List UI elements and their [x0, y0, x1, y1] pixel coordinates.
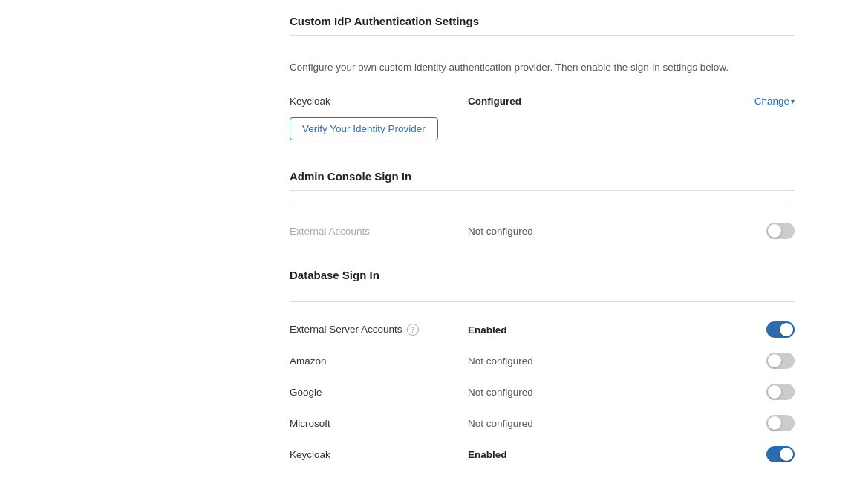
admin-console-title: Admin Console Sign In	[290, 170, 795, 191]
admin-console-section: Admin Console Sign In External Accounts …	[290, 170, 795, 246]
toggle-knob-4	[780, 448, 793, 461]
db-row-1: AmazonNot configured	[290, 345, 795, 376]
database-rows-container: External Server Accounts?EnabledAmazonNo…	[290, 314, 795, 470]
db-row-action-3	[766, 415, 795, 431]
external-accounts-status: Not configured	[468, 226, 766, 237]
external-accounts-label: External Accounts	[290, 226, 468, 237]
database-sign-in-title: Database Sign In	[290, 269, 795, 289]
verify-identity-provider-button[interactable]: Verify Your Identity Provider	[290, 117, 438, 140]
toggle-knob-3	[768, 416, 781, 430]
db-row-action-4	[766, 446, 795, 462]
toggle-knob	[768, 224, 781, 238]
db-row-status-2: Not configured	[468, 387, 766, 398]
db-toggle-2[interactable]	[766, 384, 795, 400]
toggle-knob-2	[768, 385, 781, 399]
db-toggle-4[interactable]	[766, 446, 795, 462]
custom-idp-section: Custom IdP Authentication Settings Confi…	[290, 15, 795, 148]
divider-database-sign-in	[290, 301, 795, 302]
db-toggle-0[interactable]	[766, 321, 795, 338]
keycloak-change-action: Change ▾	[754, 96, 795, 107]
db-row-label-1: Amazon	[290, 356, 468, 367]
db-row-4: KeycloakEnabled	[290, 439, 795, 470]
db-row-label-4: Keycloak	[290, 449, 468, 460]
keycloak-status: Configured	[468, 96, 754, 107]
db-row-label-0: External Server Accounts?	[290, 324, 468, 336]
db-row-label-2: Google	[290, 387, 468, 398]
chevron-down-icon: ▾	[791, 97, 795, 105]
change-label: Change	[754, 96, 789, 107]
divider-admin-console	[290, 203, 795, 203]
db-row-status-4: Enabled	[468, 449, 766, 460]
toggle-knob-0	[780, 323, 793, 336]
external-accounts-toggle-action	[766, 223, 795, 239]
keycloak-label: Keycloak	[290, 96, 468, 107]
page-wrapper: Custom IdP Authentication Settings Confi…	[0, 0, 854, 504]
db-row-status-0: Enabled	[468, 324, 766, 336]
keycloak-configured-row: Keycloak Configured Change ▾	[290, 88, 795, 114]
db-row-status-3: Not configured	[468, 418, 766, 429]
db-row-action-0	[766, 321, 795, 338]
db-row-action-2	[766, 384, 795, 400]
db-row-status-1: Not configured	[468, 356, 766, 367]
external-accounts-row: External Accounts Not configured	[290, 215, 795, 246]
db-toggle-1[interactable]	[766, 353, 795, 369]
db-row-3: MicrosoftNot configured	[290, 408, 795, 439]
external-accounts-toggle[interactable]	[766, 223, 795, 239]
main-content: Custom IdP Authentication Settings Confi…	[290, 0, 824, 504]
divider-custom-idp	[290, 48, 795, 48]
custom-idp-description: Configure your own custom identity authe…	[290, 60, 795, 75]
toggle-knob-1	[768, 354, 781, 367]
db-row-0: External Server Accounts?Enabled	[290, 314, 795, 345]
change-link[interactable]: Change ▾	[754, 96, 795, 107]
db-toggle-3[interactable]	[766, 415, 795, 431]
db-row-action-1	[766, 353, 795, 369]
db-row-label-3: Microsoft	[290, 418, 468, 429]
db-row-2: GoogleNot configured	[290, 376, 795, 408]
database-sign-in-section: Database Sign In External Server Account…	[290, 269, 795, 470]
custom-idp-title: Custom IdP Authentication Settings	[290, 15, 795, 36]
help-icon-0[interactable]: ?	[407, 324, 419, 336]
